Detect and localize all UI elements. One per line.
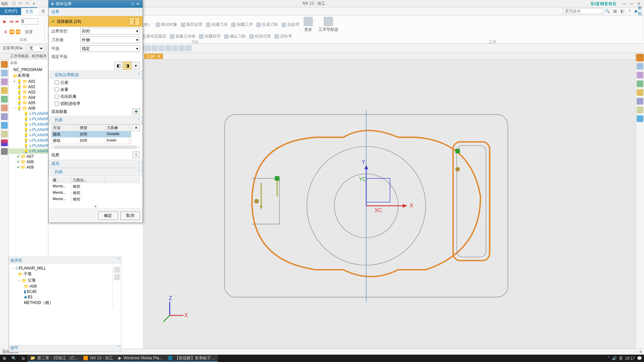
feedrate-button[interactable]: 进给率 (273, 33, 293, 40)
tb-icon-13[interactable] (172, 45, 178, 51)
nav-a05[interactable]: 💡📁A05 (9, 100, 48, 106)
nav-a09[interactable]: ✔📁A09 (9, 165, 48, 170)
search-icon[interactable]: 🔍 (604, 8, 610, 14)
res-machine-icon[interactable] (1, 78, 8, 85)
rel-method[interactable]: METHOD（根） (10, 300, 111, 306)
dialog-pin-icon[interactable]: ◇ (130, 2, 135, 6)
nav-unused[interactable]: 📁未用项 (9, 72, 48, 79)
res-tool-icon[interactable] (1, 87, 8, 94)
nav-a06[interactable]: −💡📁A06 (9, 106, 48, 111)
tb-icon-14[interactable] (179, 45, 185, 51)
plane-icon-1[interactable]: ◧ (114, 62, 122, 70)
tray-up-icon[interactable]: ˄ (608, 356, 610, 361)
nav-a08[interactable]: ✔📁A08 (9, 159, 48, 165)
create-geom-button[interactable]: 创建几何体 (169, 33, 197, 40)
rel-b1[interactable]: ◉B1 (10, 294, 111, 300)
res-part-icon[interactable] (1, 70, 8, 76)
ok-button[interactable]: 确定 (98, 212, 118, 220)
restore-icon[interactable]: ▱ (628, 1, 635, 7)
gen-toolpath-button[interactable]: 生成刀轨 (255, 21, 279, 28)
chk-stock[interactable]: 余量 (49, 86, 143, 93)
rres-icon-1[interactable] (637, 54, 643, 61)
layer-settings-button[interactable]: 图层设置 (180, 21, 204, 28)
tb-icon-11[interactable] (159, 45, 165, 51)
tb-icon-12[interactable] (165, 45, 171, 51)
rres-icon-8[interactable] (637, 115, 643, 122)
tray-sound-icon[interactable]: 🔊 (612, 356, 617, 361)
cancel-button[interactable]: 取消 (120, 212, 140, 220)
redo-icon[interactable]: ↷ (24, 1, 30, 7)
nav-op4[interactable]: 💡⎋PLANAR_M (9, 127, 48, 132)
nav-a01[interactable]: +💡📁A01 (9, 79, 48, 84)
tray-ime[interactable]: 英 (619, 356, 623, 361)
tutorial-button[interactable]: ▶ 教程 (635, 8, 641, 14)
boundary-type-select[interactable]: 封闭▾ (80, 28, 140, 35)
task-wmp[interactable]: ▶ Windows Media Pla... (116, 355, 165, 362)
nav-op3[interactable]: 💡⎋PLANAR_M (9, 122, 48, 127)
file-menu[interactable]: 文件(F) (0, 7, 21, 15)
chk-tolerance[interactable]: 公差 (49, 79, 143, 86)
search-button[interactable]: 🔍 (9, 355, 19, 362)
graphics-canvas[interactable]: X Y XC YC X Z (143, 60, 635, 352)
rel-side-icon-2[interactable] (114, 274, 120, 280)
nav-op2[interactable]: 💡⎋PLANAR_M (9, 116, 48, 122)
detail-header[interactable]: 细节˅ (9, 345, 121, 352)
tb-icon-15[interactable] (185, 45, 192, 51)
nav-op1[interactable]: 💡⎋PLANAR_M (9, 111, 48, 116)
nav-a03[interactable]: 💡📁A03 (9, 89, 48, 95)
chk-feedrate[interactable]: 切削进给率 (49, 100, 143, 107)
res-method-icon[interactable] (1, 105, 8, 111)
help-icon[interactable]: ? (627, 8, 633, 14)
create-tool-button[interactable]: 创建刀具 (205, 21, 229, 28)
add-set-button[interactable]: ✚ (132, 108, 140, 115)
rel-parent[interactable]: −📁父项 (10, 277, 111, 284)
nav-a07[interactable]: ✔📁A07 (9, 154, 48, 159)
res-geom-icon[interactable] (1, 96, 8, 103)
close-tab-icon[interactable]: ✕ (157, 54, 160, 59)
save-icon[interactable]: ☐ (11, 1, 17, 7)
create-prog-button[interactable]: 创建程序 (198, 33, 222, 40)
stop-icon[interactable]: ⏸ (3, 29, 8, 34)
list-row-2[interactable]: 曲线封闭Inside (52, 137, 131, 144)
qat-more-icon[interactable]: ▾ (31, 1, 37, 7)
rel-side-icon-1[interactable] (114, 267, 120, 273)
res-nav-icon[interactable] (1, 61, 8, 68)
nav-a04[interactable]: 💡📁A04 (9, 95, 48, 100)
res-clock-icon[interactable] (1, 131, 8, 137)
tb-icon-10[interactable] (152, 45, 158, 51)
nav-a02[interactable]: 💡📁A02 (9, 84, 48, 89)
rel-header[interactable]: 相关性˅ (9, 257, 121, 264)
rel-6c45[interactable]: ▮6C45 (10, 289, 111, 294)
nav-op8-selected[interactable]: 💡⎋PLANAR_M (9, 148, 48, 154)
undo-icon[interactable]: ↶ (17, 1, 23, 7)
rel-root[interactable]: −⎋PLANAR_MILL (10, 265, 111, 271)
plane-select[interactable]: 指定▾ (80, 45, 140, 52)
member-row-2[interactable]: Memb...相切 (51, 190, 140, 196)
create-op-button[interactable]: 创建工序 (230, 21, 254, 28)
info-button[interactable]: i (132, 152, 140, 158)
task-explorer[interactable]: 📁 第二章：2D加工（已... (28, 355, 80, 362)
tab-analysis[interactable]: 分 (37, 7, 49, 15)
move-layer-button[interactable]: 移动至图层 (140, 33, 167, 40)
step-back-icon[interactable]: ⏮ (9, 19, 14, 24)
dialog-titlebar[interactable]: ⚙ 部件边界 ◇ ✕ (49, 0, 143, 8)
start-button[interactable]: ⊞ (0, 355, 9, 362)
command-search-input[interactable] (563, 8, 603, 14)
curve-icon[interactable]: ∫ (129, 17, 140, 25)
nav-op6[interactable]: 💡⎋PLANAR_M (9, 138, 48, 143)
rres-icon-4[interactable] (637, 80, 643, 87)
member-row-1[interactable]: Memb...相切 (51, 183, 140, 190)
verify-button[interactable]: 确认刀轨 (223, 33, 247, 40)
document-tab[interactable]: 2.prt✕ (144, 54, 163, 59)
dialog-resize-handle[interactable]: ▴ (49, 203, 143, 208)
res-palette-icon[interactable] (1, 139, 8, 146)
rres-icon-5[interactable] (637, 89, 643, 96)
machine-sim-button[interactable]: 机床仿真 (248, 33, 272, 40)
rres-icon-6[interactable] (637, 98, 643, 105)
res-misc-icon[interactable] (1, 148, 8, 155)
rel-a06[interactable]: 📁A06 (10, 284, 111, 289)
window-icon[interactable]: ◧ (619, 8, 625, 14)
plane-dropdown-icon[interactable]: ▾ (132, 62, 140, 70)
op-navigator-button[interactable]: 工序导航器 (316, 16, 340, 33)
status-handle-icon[interactable]: ≡ (640, 350, 642, 354)
